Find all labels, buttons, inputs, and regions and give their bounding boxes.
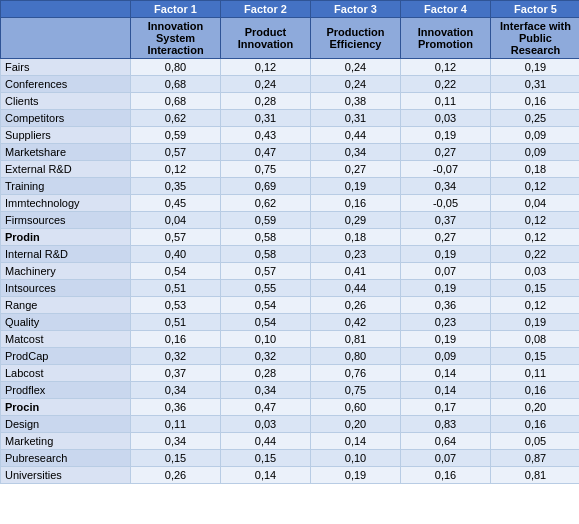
cell-value: 0,40 — [131, 246, 221, 263]
cell-value: 0,38 — [311, 93, 401, 110]
cell-value: 0,31 — [311, 110, 401, 127]
cell-value: 0,36 — [401, 297, 491, 314]
table-row: Suppliers0,590,430,440,190,09 — [1, 127, 580, 144]
cell-value: 0,75 — [311, 382, 401, 399]
cell-value: 0,75 — [221, 161, 311, 178]
cell-value: 0,24 — [311, 59, 401, 76]
row-label: Suppliers — [1, 127, 131, 144]
cell-value: 0,04 — [491, 195, 580, 212]
header-top-row: Factor 1 Factor 2 Factor 3 Factor 4 Fact… — [1, 1, 580, 18]
cell-value: 0,31 — [491, 76, 580, 93]
cell-value: 0,76 — [311, 365, 401, 382]
cell-value: 0,47 — [221, 399, 311, 416]
cell-value: 0,04 — [131, 212, 221, 229]
cell-value: 0,07 — [401, 263, 491, 280]
cell-value: 0,80 — [131, 59, 221, 76]
cell-value: 0,17 — [401, 399, 491, 416]
cell-value: 0,34 — [131, 382, 221, 399]
row-label: Clients — [1, 93, 131, 110]
cell-value: 0,54 — [131, 263, 221, 280]
cell-value: 0,19 — [401, 280, 491, 297]
header-factor4: Factor 4 — [401, 1, 491, 18]
cell-value: 0,32 — [221, 348, 311, 365]
cell-value: 0,18 — [491, 161, 580, 178]
cell-value: 0,14 — [221, 467, 311, 484]
cell-value: 0,12 — [401, 59, 491, 76]
cell-value: 0,68 — [131, 93, 221, 110]
row-label: Machinery — [1, 263, 131, 280]
cell-value: 0,03 — [491, 263, 580, 280]
cell-value: 0,10 — [221, 331, 311, 348]
cell-value: 0,11 — [401, 93, 491, 110]
cell-value: 0,05 — [491, 433, 580, 450]
header-factor1: Factor 1 — [131, 1, 221, 18]
row-label: Training — [1, 178, 131, 195]
cell-value: 0,07 — [401, 450, 491, 467]
cell-value: 0,12 — [491, 297, 580, 314]
row-label: Internal R&D — [1, 246, 131, 263]
cell-value: 0,47 — [221, 144, 311, 161]
row-label: Immtechnology — [1, 195, 131, 212]
cell-value: 0,23 — [401, 314, 491, 331]
main-table-container: Factor 1 Factor 2 Factor 3 Factor 4 Fact… — [0, 0, 579, 484]
cell-value: 0,57 — [221, 263, 311, 280]
cell-value: 0,34 — [401, 178, 491, 195]
cell-value: 0,69 — [221, 178, 311, 195]
table-row: Clients0,680,280,380,110,16 — [1, 93, 580, 110]
cell-value: 0,12 — [491, 212, 580, 229]
cell-value: 0,14 — [401, 382, 491, 399]
table-row: Machinery0,540,570,410,070,03 — [1, 263, 580, 280]
cell-value: -0,07 — [401, 161, 491, 178]
cell-value: 0,12 — [131, 161, 221, 178]
cell-value: 0,27 — [401, 144, 491, 161]
cell-value: 0,31 — [221, 110, 311, 127]
table-row: Fairs0,800,120,240,120,19 — [1, 59, 580, 76]
table-row: Intsources0,510,550,440,190,15 — [1, 280, 580, 297]
cell-value: 0,19 — [491, 314, 580, 331]
table-body: Fairs0,800,120,240,120,19Conferences0,68… — [1, 59, 580, 484]
row-label: Intsources — [1, 280, 131, 297]
cell-value: 0,10 — [311, 450, 401, 467]
row-label: Prodflex — [1, 382, 131, 399]
cell-value: 0,41 — [311, 263, 401, 280]
cell-value: 0,12 — [491, 178, 580, 195]
row-label: ProdCap — [1, 348, 131, 365]
row-label: Labcost — [1, 365, 131, 382]
cell-value: 0,09 — [491, 127, 580, 144]
cell-value: 0,62 — [131, 110, 221, 127]
cell-value: 0,43 — [221, 127, 311, 144]
cell-value: 0,34 — [221, 382, 311, 399]
cell-value: 0,55 — [221, 280, 311, 297]
cell-value: 0,25 — [491, 110, 580, 127]
cell-value: 0,80 — [311, 348, 401, 365]
cell-value: 0,19 — [401, 331, 491, 348]
cell-value: 0,11 — [491, 365, 580, 382]
table-row: Universities0,260,140,190,160,81 — [1, 467, 580, 484]
cell-value: 0,64 — [401, 433, 491, 450]
header-factor5: Factor 5 — [491, 1, 580, 18]
cell-value: 0,53 — [131, 297, 221, 314]
table-row: Firmsources0,040,590,290,370,12 — [1, 212, 580, 229]
table-row: Immtechnology0,450,620,16-0,050,04 — [1, 195, 580, 212]
cell-value: 0,15 — [491, 348, 580, 365]
cell-value: 0,09 — [401, 348, 491, 365]
row-label: Marketshare — [1, 144, 131, 161]
table-row: Procin0,360,470,600,170,20 — [1, 399, 580, 416]
cell-value: 0,37 — [131, 365, 221, 382]
row-label: Conferences — [1, 76, 131, 93]
table-row: Design0,110,030,200,830,16 — [1, 416, 580, 433]
table-row: Marketing0,340,440,140,640,05 — [1, 433, 580, 450]
cell-value: 0,37 — [401, 212, 491, 229]
cell-value: 0,59 — [131, 127, 221, 144]
cell-value: 0,54 — [221, 297, 311, 314]
row-label: Quality — [1, 314, 131, 331]
table-row: Internal R&D0,400,580,230,190,22 — [1, 246, 580, 263]
header-factor2: Factor 2 — [221, 1, 311, 18]
row-label: Pubresearch — [1, 450, 131, 467]
cell-value: 0,14 — [401, 365, 491, 382]
cell-value: 0,34 — [311, 144, 401, 161]
cell-value: 0,51 — [131, 314, 221, 331]
cell-value: 0,12 — [491, 229, 580, 246]
table-row: Pubresearch0,150,150,100,070,87 — [1, 450, 580, 467]
cell-value: 0,28 — [221, 93, 311, 110]
